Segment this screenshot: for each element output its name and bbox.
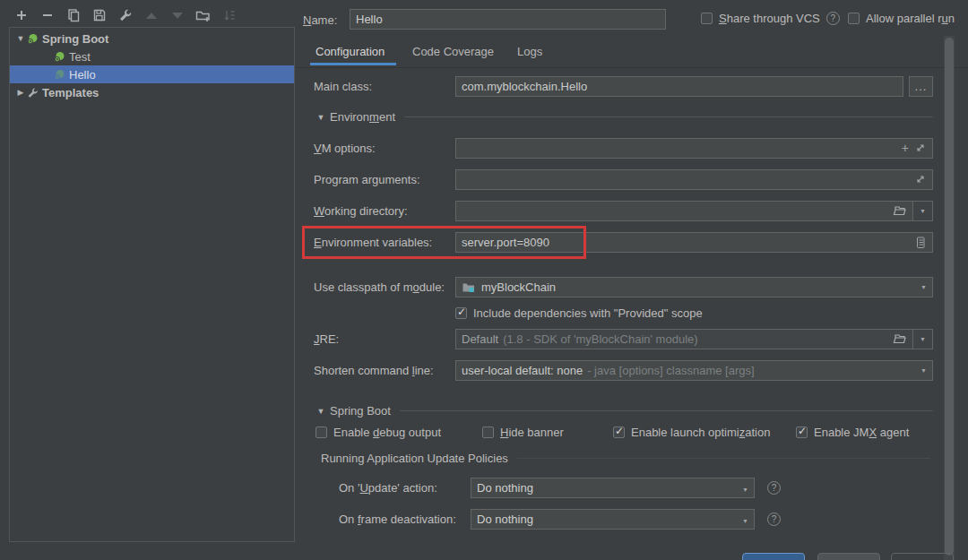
add-icon[interactable]: + <box>902 141 909 155</box>
working-directory-row: Working directory: ▼ <box>314 200 933 221</box>
chevron-down-icon[interactable]: ▼ <box>742 487 748 493</box>
checkbox-label: Enable launch optimization <box>631 426 770 439</box>
folder-icon[interactable] <box>893 332 907 345</box>
section-title: Environment <box>330 110 395 124</box>
scrollbar-thumb[interactable] <box>945 38 954 556</box>
tree-item-test[interactable]: Test <box>10 47 294 65</box>
provided-scope-checkbox[interactable]: Include dependencies with "Provided" sco… <box>455 306 703 320</box>
chevron-down-icon[interactable]: ▼ <box>920 367 927 374</box>
tree-item-label: Hello <box>69 68 96 82</box>
tree-item-spring-boot[interactable]: ▼ Spring Boot <box>10 30 294 47</box>
on-frame-deactivation-row: On frame deactivation: Do nothing ▼ ? <box>339 508 796 530</box>
on-update-action-combo[interactable]: Do nothing ▼ <box>471 478 755 498</box>
vm-options-field[interactable]: + <box>455 138 933 159</box>
variables-list-icon[interactable] <box>914 236 927 249</box>
program-arguments-field[interactable] <box>455 169 933 190</box>
vm-options-row: VM options: + <box>314 137 933 159</box>
allow-parallel-run-checkbox[interactable]: Allow parallel run <box>848 12 955 25</box>
vm-options-input[interactable] <box>462 142 902 155</box>
on-update-action-row: On 'Update' action: Do nothing ▼ ? <box>339 477 796 498</box>
remove-icon[interactable] <box>37 5 58 25</box>
on-frame-deactivation-combo[interactable]: Do nothing ▼ <box>471 509 755 530</box>
chevron-down-icon[interactable]: ▼ <box>315 407 326 416</box>
save-icon[interactable] <box>89 5 110 25</box>
tab-configuration[interactable]: Configuration <box>315 45 385 58</box>
classpath-module-label: Use classpath of module: <box>314 280 455 294</box>
tertiary-button-partial[interactable] <box>891 553 954 560</box>
shorten-command-line-label: Shorten command line: <box>314 364 455 377</box>
tree-item-templates[interactable]: ▶ Templates <box>10 83 294 101</box>
checkbox-box[interactable] <box>848 13 860 24</box>
enable-debug-output-checkbox[interactable]: Enable debug output <box>315 426 441 439</box>
checkbox-label: Include dependencies with "Provided" sco… <box>473 306 703 320</box>
tree-item-label: Templates <box>42 86 99 99</box>
section-divider <box>400 410 933 411</box>
copy-icon[interactable] <box>63 5 84 25</box>
chevron-down-icon[interactable]: ▼ <box>315 113 326 122</box>
expand-icon[interactable] <box>914 173 927 185</box>
tree-item-hello[interactable]: Hello <box>10 65 294 83</box>
program-arguments-row: Program arguments: <box>314 168 933 190</box>
spring-boot-section-header[interactable]: ▼ Spring Boot <box>315 404 933 418</box>
vertical-scrollbar[interactable] <box>944 36 955 560</box>
jre-row: JRE: Default (1.8 - SDK of 'myBlockChain… <box>314 328 933 349</box>
checkbox-box[interactable] <box>482 426 494 438</box>
classpath-module-combo[interactable]: myBlockChain ▼ <box>455 277 933 297</box>
chevron-right-icon[interactable]: ▶ <box>15 88 26 97</box>
working-directory-dropdown-button[interactable]: ▼ <box>912 201 933 221</box>
help-icon[interactable]: ? <box>826 12 840 25</box>
help-icon[interactable]: ? <box>767 513 781 526</box>
environment-variables-input[interactable] <box>462 236 914 249</box>
spring-boot-icon <box>53 50 65 63</box>
hide-banner-checkbox[interactable]: Hide banner <box>482 426 564 439</box>
browse-main-class-button[interactable]: ... <box>909 76 933 97</box>
primary-button-partial[interactable] <box>742 553 805 560</box>
main-class-label: Main class: <box>314 80 455 93</box>
move-down-icon <box>167 5 188 25</box>
checkbox-box[interactable] <box>701 13 713 24</box>
folder-icon[interactable] <box>893 204 907 217</box>
checkbox-box[interactable] <box>613 426 625 438</box>
shorten-command-line-row: Shorten command line: user-local default… <box>314 359 933 381</box>
jre-combo[interactable]: Default (1.8 - SDK of 'myBlockChain' mod… <box>455 329 913 349</box>
program-arguments-input[interactable] <box>462 173 914 186</box>
program-arguments-label: Program arguments: <box>314 173 455 186</box>
shorten-command-line-combo[interactable]: user-local default: none - java [options… <box>455 360 933 381</box>
enable-launch-optimization-checkbox[interactable]: Enable launch optimization <box>613 426 770 439</box>
section-title: Spring Boot <box>330 404 391 418</box>
expand-icon[interactable] <box>914 142 927 154</box>
add-icon[interactable] <box>11 5 32 25</box>
checkbox-label: Allow parallel run <box>866 12 955 25</box>
tab-logs[interactable]: Logs <box>517 45 542 58</box>
tabs-separator <box>296 67 968 68</box>
spring-boot-icon <box>26 32 39 45</box>
checkbox-box[interactable] <box>796 426 808 438</box>
enable-jmx-agent-checkbox[interactable]: Enable JMX agent <box>796 426 909 439</box>
working-directory-label: Working directory: <box>314 204 455 218</box>
create-folder-icon[interactable] <box>193 5 214 25</box>
tab-code-coverage[interactable]: Code Coverage <box>412 45 494 58</box>
working-directory-field[interactable] <box>455 201 913 221</box>
share-through-vcs-checkbox[interactable]: Share through VCS ? <box>701 12 840 25</box>
name-input[interactable] <box>350 9 666 30</box>
section-title: Running Application Update Policies <box>321 452 508 465</box>
edit-templates-wrench-icon[interactable] <box>115 5 136 25</box>
main-class-field[interactable]: com.myblockchain.Hello <box>455 76 903 97</box>
name-label: Name: <box>303 13 337 27</box>
chevron-down-icon[interactable]: ▼ <box>920 284 927 290</box>
chevron-down-icon[interactable]: ▼ <box>742 518 748 524</box>
secondary-button-partial[interactable] <box>817 553 880 560</box>
jre-dropdown-button[interactable]: ▼ <box>912 329 933 349</box>
checkbox-label: Hide banner <box>500 426 564 439</box>
vm-options-label: VM options: <box>314 142 455 155</box>
working-directory-input[interactable] <box>462 204 893 218</box>
section-divider <box>517 458 930 459</box>
checkbox-label: Share through VCS <box>719 12 820 25</box>
checkbox-box[interactable] <box>455 307 467 319</box>
checkbox-box[interactable] <box>315 426 327 438</box>
chevron-down-icon[interactable]: ▼ <box>15 34 26 43</box>
environment-section-header[interactable]: ▼ Environment <box>315 110 933 124</box>
help-icon[interactable]: ? <box>767 481 781 495</box>
environment-variables-field[interactable] <box>455 232 933 253</box>
tree-item-label: Spring Boot <box>42 32 108 46</box>
